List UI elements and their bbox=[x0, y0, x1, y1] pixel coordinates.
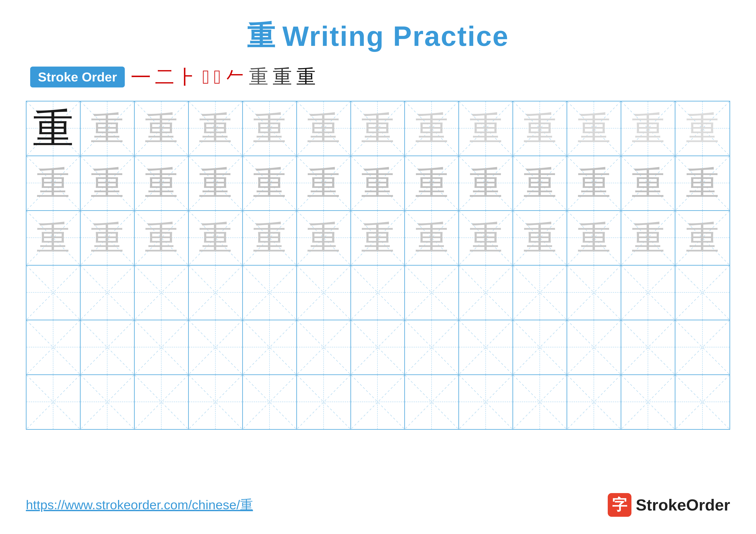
grid-cell-3-8[interactable]: 重 bbox=[405, 211, 459, 265]
svg-line-138 bbox=[243, 375, 296, 429]
stroke-8: 重 bbox=[273, 64, 292, 90]
grid-cell-5-13[interactable] bbox=[675, 320, 729, 374]
grid-cell-2-2[interactable]: 重 bbox=[81, 156, 135, 210]
grid-cell-5-9[interactable] bbox=[459, 320, 513, 374]
grid-cell-2-10[interactable]: 重 bbox=[513, 156, 567, 210]
grid-cell-1-4[interactable]: 重 bbox=[189, 101, 243, 156]
grid-cell-3-12[interactable]: 重 bbox=[621, 211, 675, 265]
svg-line-155 bbox=[675, 375, 729, 429]
grid-cell-5-7[interactable] bbox=[351, 320, 405, 374]
char-display: 重 bbox=[33, 108, 74, 149]
grid-cell-3-11[interactable]: 重 bbox=[567, 211, 621, 265]
grid-cell-6-13[interactable] bbox=[675, 375, 729, 429]
svg-line-119 bbox=[405, 320, 458, 374]
grid-cell-3-13[interactable]: 重 bbox=[675, 211, 729, 265]
grid-cell-6-6[interactable] bbox=[297, 375, 351, 429]
grid-cell-4-8[interactable] bbox=[405, 266, 459, 320]
title-char: 重 bbox=[247, 17, 276, 55]
stroke-2: 二 bbox=[155, 64, 174, 90]
grid-cell-5-1[interactable] bbox=[27, 320, 81, 374]
grid-cell-3-4[interactable]: 重 bbox=[189, 211, 243, 265]
grid-cell-2-7[interactable]: 重 bbox=[351, 156, 405, 210]
grid-cell-4-6[interactable] bbox=[297, 266, 351, 320]
footer-url-link[interactable]: https://www.strokeorder.com/chinese/重 bbox=[26, 496, 253, 514]
grid-cell-4-4[interactable] bbox=[189, 266, 243, 320]
grid-cell-6-8[interactable] bbox=[405, 375, 459, 429]
grid-cell-5-12[interactable] bbox=[621, 320, 675, 374]
svg-line-122 bbox=[513, 320, 567, 374]
grid-cell-4-1[interactable] bbox=[27, 266, 81, 320]
grid-cell-3-6[interactable]: 重 bbox=[297, 211, 351, 265]
svg-line-136 bbox=[189, 375, 242, 429]
svg-line-95 bbox=[459, 266, 512, 320]
grid-cell-1-11[interactable]: 重 bbox=[567, 101, 621, 156]
grid-cell-5-10[interactable] bbox=[513, 320, 567, 374]
svg-line-116 bbox=[351, 320, 405, 374]
svg-line-151 bbox=[567, 375, 621, 429]
grid-cell-6-9[interactable] bbox=[459, 375, 513, 429]
grid-cell-2-6[interactable]: 重 bbox=[297, 156, 351, 210]
footer: https://www.strokeorder.com/chinese/重 字 … bbox=[26, 493, 730, 517]
grid-cell-1-10[interactable]: 重 bbox=[513, 101, 567, 156]
stroke-order-row: Stroke Order ㇐ 二 ⺊ 𠃊 𠀀 𠂉 重 重 重 bbox=[26, 64, 730, 90]
grid-cell-2-8[interactable]: 重 bbox=[405, 156, 459, 210]
grid-cell-1-8[interactable]: 重 bbox=[405, 101, 459, 156]
svg-line-146 bbox=[459, 375, 512, 429]
grid-cell-2-1[interactable]: 重 bbox=[27, 156, 81, 210]
stroke-4: 𠃊 bbox=[202, 66, 209, 88]
grid-cell-2-3[interactable]: 重 bbox=[135, 156, 189, 210]
grid-cell-5-3[interactable] bbox=[135, 320, 189, 374]
svg-line-102 bbox=[675, 266, 729, 320]
grid-cell-6-1[interactable] bbox=[27, 375, 81, 429]
grid-cell-6-10[interactable] bbox=[513, 375, 567, 429]
grid-cell-5-4[interactable] bbox=[189, 320, 243, 374]
grid-cell-5-11[interactable] bbox=[567, 320, 621, 374]
grid-cell-2-4[interactable]: 重 bbox=[189, 156, 243, 210]
grid-cell-3-9[interactable]: 重 bbox=[459, 211, 513, 265]
grid-cell-2-12[interactable]: 重 bbox=[621, 156, 675, 210]
grid-cell-5-2[interactable] bbox=[81, 320, 135, 374]
grid-cell-1-13[interactable]: 重 bbox=[675, 101, 729, 156]
grid-cell-6-2[interactable] bbox=[81, 375, 135, 429]
grid-cell-4-3[interactable] bbox=[135, 266, 189, 320]
grid-cell-1-5[interactable]: 重 bbox=[243, 101, 297, 156]
grid-cell-5-8[interactable] bbox=[405, 320, 459, 374]
grid-cell-3-10[interactable]: 重 bbox=[513, 211, 567, 265]
grid-cell-6-11[interactable] bbox=[567, 375, 621, 429]
grid-cell-4-2[interactable] bbox=[81, 266, 135, 320]
grid-cell-6-3[interactable] bbox=[135, 375, 189, 429]
grid-cell-1-1[interactable]: 重 bbox=[27, 101, 81, 156]
grid-cell-3-7[interactable]: 重 bbox=[351, 211, 405, 265]
grid-cell-4-12[interactable] bbox=[621, 266, 675, 320]
grid-cell-1-9[interactable]: 重 bbox=[459, 101, 513, 156]
grid-cell-4-10[interactable] bbox=[513, 266, 567, 320]
grid-cell-2-11[interactable]: 重 bbox=[567, 156, 621, 210]
grid-cell-1-2[interactable]: 重 bbox=[81, 101, 135, 156]
grid-cell-6-4[interactable] bbox=[189, 375, 243, 429]
grid-cell-5-6[interactable] bbox=[297, 320, 351, 374]
grid-cell-1-3[interactable]: 重 bbox=[135, 101, 189, 156]
grid-cell-3-3[interactable]: 重 bbox=[135, 211, 189, 265]
grid-row-3: 重 重 重 重 重 重 重 重 重 重 重 重 重 bbox=[27, 211, 729, 266]
grid-cell-6-12[interactable] bbox=[621, 375, 675, 429]
grid-cell-5-5[interactable] bbox=[243, 320, 297, 374]
svg-line-118 bbox=[405, 320, 458, 374]
grid-cell-2-5[interactable]: 重 bbox=[243, 156, 297, 210]
grid-cell-1-6[interactable]: 重 bbox=[297, 101, 351, 156]
svg-line-105 bbox=[27, 320, 80, 374]
grid-cell-1-7[interactable]: 重 bbox=[351, 101, 405, 156]
grid-cell-4-11[interactable] bbox=[567, 266, 621, 320]
grid-cell-3-2[interactable]: 重 bbox=[81, 211, 135, 265]
svg-line-143 bbox=[351, 375, 405, 429]
grid-cell-4-9[interactable] bbox=[459, 266, 513, 320]
grid-cell-6-5[interactable] bbox=[243, 375, 297, 429]
grid-cell-2-13[interactable]: 重 bbox=[675, 156, 729, 210]
grid-cell-3-1[interactable]: 重 bbox=[27, 211, 81, 265]
grid-cell-4-5[interactable] bbox=[243, 266, 297, 320]
grid-cell-6-7[interactable] bbox=[351, 375, 405, 429]
grid-cell-4-13[interactable] bbox=[675, 266, 729, 320]
grid-cell-4-7[interactable] bbox=[351, 266, 405, 320]
grid-cell-1-12[interactable]: 重 bbox=[621, 101, 675, 156]
grid-cell-2-9[interactable]: 重 bbox=[459, 156, 513, 210]
grid-cell-3-5[interactable]: 重 bbox=[243, 211, 297, 265]
